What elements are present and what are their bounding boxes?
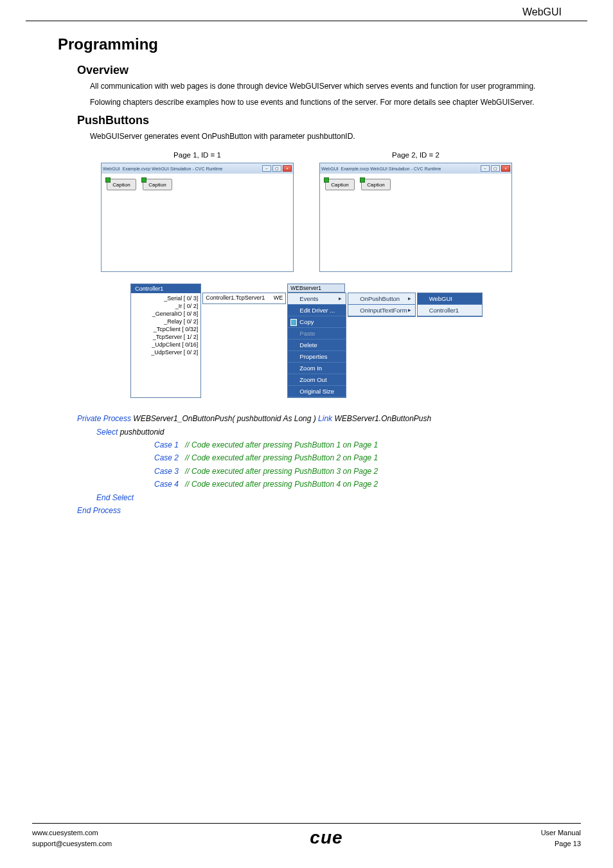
minimize-icon[interactable]: –: [481, 165, 490, 172]
sim1-title: WebGUI_Example.cvcp WebGUI Simulation - …: [103, 167, 222, 171]
sim-window-1: WebGUI_Example.cvcp WebGUI Simulation - …: [101, 163, 294, 272]
menu-events[interactable]: Events: [288, 293, 346, 305]
tree-item[interactable]: _UdpServer [ 0/ 2]: [134, 348, 198, 356]
footer-page: Page 13: [541, 838, 581, 849]
tree-item[interactable]: _TcpClient [ 0/32]: [134, 325, 198, 333]
sim-window-2: WebGUI_Example.cvcp WebGUI Simulation - …: [319, 163, 512, 272]
submenu-oninputtextform[interactable]: OnInputTextForm: [348, 305, 414, 316]
overview-p2: Folowing chapters describe examples how …: [90, 97, 574, 108]
ide-diagram: Controller1 _Serial [ 0/ 3] _Ir [ 0/ 2] …: [130, 284, 482, 398]
tree-item[interactable]: _Ir [ 0/ 2]: [134, 302, 198, 310]
submenu-onpushbutton[interactable]: OnPushButton: [348, 293, 414, 305]
tree-item[interactable]: _Serial [ 0/ 3]: [134, 294, 198, 302]
menu-delete[interactable]: Delete: [288, 339, 346, 351]
pushbutton-3[interactable]: Caption: [325, 179, 355, 190]
menu-zoom-out[interactable]: Zoom Out: [288, 374, 346, 386]
sim2-title: WebGUI_Example.cvcp WebGUI Simulation - …: [321, 167, 441, 171]
menu-original-size[interactable]: Original Size: [288, 386, 346, 397]
footer-email: support@cuesystem.com: [32, 838, 112, 849]
h1-programming: Programming: [58, 35, 574, 53]
code-block: Private Process WEBServer1_OnButtonPush(…: [77, 412, 574, 517]
cue-logo: cue: [310, 827, 342, 849]
tcp-label: Controller1.TcpServer1: [206, 294, 265, 301]
webserver-title: WEBserver1: [288, 284, 344, 292]
close-icon[interactable]: ×: [283, 165, 292, 172]
footer-url: www.cuesystem.com: [32, 827, 112, 838]
h2-overview: Overview: [77, 64, 574, 77]
menu-paste: Paste: [288, 328, 346, 339]
submenu-webgui[interactable]: WebGUI: [418, 293, 482, 305]
pushbutton-1[interactable]: Caption: [107, 179, 136, 190]
maximize-icon[interactable]: ▢: [272, 165, 281, 172]
tree-item[interactable]: _Relay [ 0/ 2]: [134, 318, 198, 325]
controller-title: Controller1: [131, 284, 200, 293]
menu-copy[interactable]: Copy: [288, 316, 346, 328]
overview-p1: All communication with web pages is done…: [90, 81, 574, 92]
minimize-icon[interactable]: –: [262, 165, 271, 172]
fig1-label: Page 1, ID = 1: [101, 151, 294, 159]
tree-item[interactable]: _TcpServer [ 1/ 2]: [134, 333, 198, 341]
tcp-sub: WE: [274, 294, 283, 301]
tree-item[interactable]: _UdpClient [ 0/16]: [134, 341, 198, 348]
menu-zoom-in[interactable]: Zoom In: [288, 363, 346, 374]
footer-manual: User Manual: [541, 827, 581, 838]
pushbutton-4[interactable]: Caption: [361, 179, 391, 190]
h2-pushbuttons: PushButtons: [77, 114, 574, 127]
push-p1: WebGUIServer generates event OnPushButto…: [90, 131, 574, 142]
pushbutton-2[interactable]: Caption: [143, 179, 172, 190]
menu-edit-driver[interactable]: Edit Driver ...: [288, 305, 346, 316]
tree-item[interactable]: _GeneralIO [ 0/ 8]: [134, 310, 198, 318]
header-title: WebGUI: [522, 6, 562, 18]
maximize-icon[interactable]: ▢: [491, 165, 500, 172]
fig2-label: Page 2, ID = 2: [319, 151, 512, 159]
menu-properties[interactable]: Properties: [288, 351, 346, 363]
close-icon[interactable]: ×: [501, 165, 510, 172]
submenu-controller1[interactable]: Controller1: [418, 305, 482, 316]
